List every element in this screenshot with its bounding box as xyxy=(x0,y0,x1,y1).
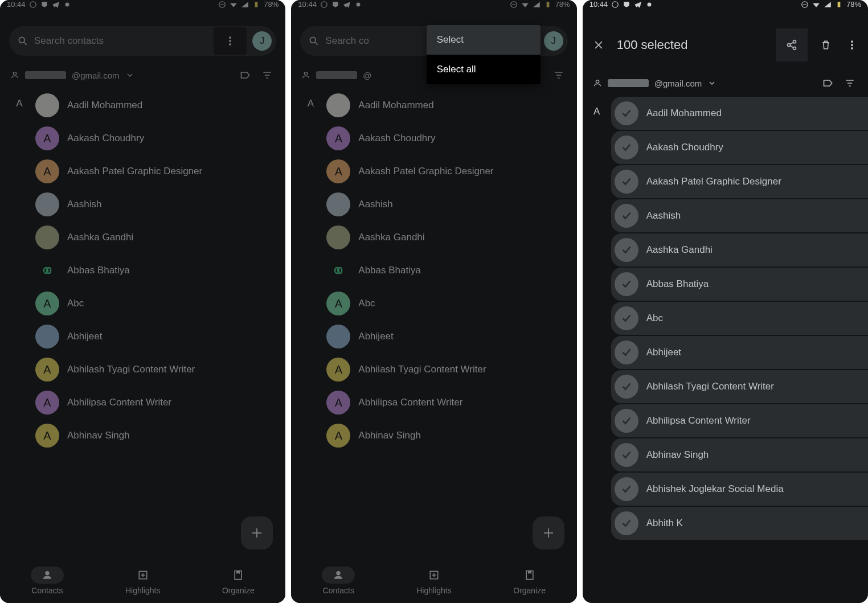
contact-name: Abhilash Tyagi Content Writer xyxy=(358,364,486,375)
dot-icon xyxy=(354,1,362,9)
svg-point-21 xyxy=(612,1,619,7)
contact-name: Aakash Choudhry xyxy=(358,133,435,144)
contact-item[interactable]: AAakash Patel Graphic Designer xyxy=(326,155,576,188)
contact-item[interactable]: AAbhilipsa Content Writer xyxy=(35,386,285,419)
contact-item[interactable]: AAakash Patel Graphic Designer xyxy=(35,155,285,188)
more-vert-icon xyxy=(846,39,858,51)
menu-select[interactable]: Select xyxy=(427,25,541,55)
telegram-icon xyxy=(52,1,60,9)
share-button[interactable] xyxy=(776,28,808,61)
contact-item[interactable]: Aadil Mohammed xyxy=(326,89,576,122)
selected-contact-item[interactable]: Aadil Mohammed xyxy=(611,97,868,130)
contact-item[interactable]: Aashka Gandhi xyxy=(35,221,285,254)
email-redacted xyxy=(608,79,649,87)
add-contact-fab[interactable] xyxy=(533,516,564,549)
selected-contact-item[interactable]: Abhilipsa Content Writer xyxy=(611,404,868,437)
telegram-icon xyxy=(343,1,351,9)
nav-organize[interactable]: Organize xyxy=(513,567,546,595)
check-avatar xyxy=(615,375,638,399)
status-time: 10:44 xyxy=(7,0,26,9)
selected-contact-item[interactable]: Abc xyxy=(611,302,868,335)
filter-button[interactable] xyxy=(842,75,858,91)
nav-contacts[interactable]: Contacts xyxy=(322,567,355,595)
search-bar[interactable]: Search contacts J xyxy=(9,26,276,56)
selected-contact-item[interactable]: Aashish xyxy=(611,199,868,232)
svg-rect-24 xyxy=(838,2,841,7)
contact-name: Abc xyxy=(358,298,375,309)
contact-item[interactable]: Aashish xyxy=(35,188,285,221)
contact-item[interactable]: Aadil Mohammed xyxy=(35,89,285,122)
contact-item[interactable]: Abhijeet xyxy=(326,320,576,353)
contact-name: Abhith K xyxy=(646,518,683,529)
whatsapp-icon xyxy=(320,1,328,9)
svg-point-6 xyxy=(230,40,231,42)
more-button[interactable] xyxy=(844,37,860,53)
organize-icon xyxy=(232,569,244,581)
contact-name: Aakash Patel Graphic Designer xyxy=(646,176,781,187)
contact-item[interactable]: AAbhinav Singh xyxy=(326,419,576,452)
account-row[interactable]: @gmail.com xyxy=(583,72,868,97)
battery-icon xyxy=(835,1,843,9)
check-avatar xyxy=(615,272,638,296)
selected-contact-item[interactable]: Abhilash Tyagi Content Writer xyxy=(611,370,868,403)
label-icon xyxy=(240,69,251,81)
filter-icon xyxy=(844,77,855,89)
menu-select-all[interactable]: Select all xyxy=(427,55,541,84)
selected-contact-item[interactable]: Abhishek Joglekar Social Media xyxy=(611,473,868,506)
selected-contacts-list[interactable]: A Aadil MohammedAakash ChoudhryAakash Pa… xyxy=(583,97,868,603)
selected-contact-item[interactable]: Abhith K xyxy=(611,507,868,540)
contact-name: Aashish xyxy=(358,199,392,210)
contact-name: Abhinav Singh xyxy=(646,449,709,461)
contact-item[interactable]: AAbc xyxy=(326,287,576,320)
telegram-icon xyxy=(634,1,642,9)
nav-organize[interactable]: Organize xyxy=(222,567,255,595)
close-selection-button[interactable] xyxy=(591,37,607,53)
contact-item[interactable]: AAbhilipsa Content Writer xyxy=(326,386,576,419)
contact-item[interactable]: AAbhilash Tyagi Content Writer xyxy=(326,353,576,386)
battery-text: 78% xyxy=(264,0,279,9)
account-row[interactable]: @gmail.com xyxy=(0,64,285,89)
contact-avatar xyxy=(326,259,350,282)
contact-item[interactable]: Abbas Bhatiya xyxy=(35,254,285,287)
check-icon xyxy=(620,483,633,495)
selected-contact-item[interactable]: Aakash Choudhry xyxy=(611,131,868,164)
check-avatar xyxy=(615,238,638,262)
email-suffix: @gmail.com xyxy=(654,79,702,88)
signal-icon xyxy=(241,1,249,9)
svg-point-12 xyxy=(321,1,327,7)
add-contact-fab[interactable] xyxy=(241,516,273,549)
selected-contact-item[interactable]: Abhinav Singh xyxy=(611,438,868,471)
contact-item[interactable]: AAakash Choudhry xyxy=(35,122,285,155)
label-button[interactable] xyxy=(820,75,836,91)
contact-item[interactable]: Abbas Bhatiya xyxy=(326,254,576,287)
selection-count: 100 selected xyxy=(617,38,765,52)
contact-item[interactable]: Abhijeet xyxy=(35,320,285,353)
nav-contacts[interactable]: Contacts xyxy=(31,567,64,595)
contact-item[interactable]: Aashka Gandhi xyxy=(326,221,576,254)
contact-item[interactable]: AAbhinav Singh xyxy=(35,419,285,452)
contact-item[interactable]: Aashish xyxy=(326,188,576,221)
svg-point-5 xyxy=(230,37,231,39)
contact-item[interactable]: AAakash Choudhry xyxy=(326,122,576,155)
more-menu-button[interactable] xyxy=(214,27,247,55)
contact-name: Abc xyxy=(67,298,84,309)
profile-avatar[interactable]: J xyxy=(252,31,272,51)
check-icon xyxy=(620,175,633,188)
label-button[interactable] xyxy=(238,67,253,83)
selected-contact-item[interactable]: Abbas Bhatiya xyxy=(611,268,868,301)
contact-item[interactable]: AAbc xyxy=(35,287,285,320)
profile-avatar[interactable]: J xyxy=(544,31,563,51)
selected-contact-item[interactable]: Aakash Patel Graphic Designer xyxy=(611,165,868,198)
filter-button[interactable] xyxy=(551,67,567,83)
contact-item[interactable]: AAbhilash Tyagi Content Writer xyxy=(35,353,285,386)
nav-highlights[interactable]: Highlights xyxy=(125,567,160,595)
email-suffix: @gmail.com xyxy=(72,71,120,80)
selected-contact-item[interactable]: Aashka Gandhi xyxy=(611,233,868,266)
contact-name: Abhilash Tyagi Content Writer xyxy=(646,381,774,392)
check-icon xyxy=(620,380,633,393)
filter-button[interactable] xyxy=(259,67,275,83)
selected-contact-item[interactable]: Abhijeet xyxy=(611,336,868,369)
nav-highlights[interactable]: Highlights xyxy=(416,567,451,595)
delete-button[interactable] xyxy=(818,37,834,53)
highlights-icon xyxy=(428,569,440,581)
